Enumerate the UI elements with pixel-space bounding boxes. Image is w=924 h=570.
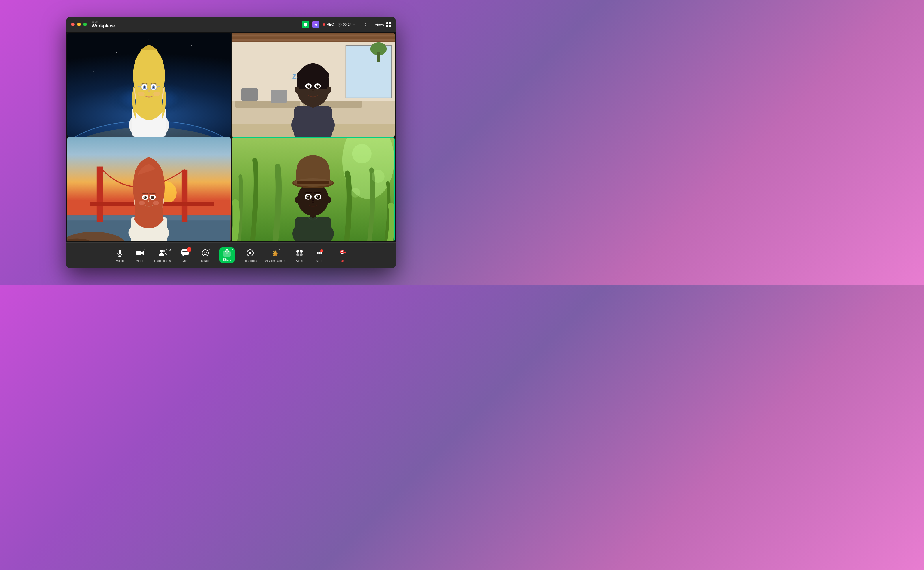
close-button[interactable]	[71, 23, 75, 26]
svg-point-128	[202, 250, 208, 256]
svg-point-69	[310, 90, 313, 93]
video-tile-2[interactable]: zoo	[231, 33, 395, 137]
svg-point-138	[300, 250, 303, 253]
video-caret[interactable]: ▲	[143, 248, 145, 251]
shield-icon	[302, 21, 309, 28]
participants-caret[interactable]: ▲	[165, 248, 168, 251]
svg-point-9	[217, 49, 218, 49]
participants-button[interactable]: 3 ▲ Participants	[150, 248, 175, 262]
svg-rect-76	[182, 170, 187, 222]
leave-icon	[337, 248, 347, 257]
svg-point-140	[301, 251, 302, 251]
svg-text:···: ···	[321, 250, 322, 252]
more-button[interactable]: ··· More	[310, 248, 330, 262]
views-grid-icon	[386, 22, 391, 27]
brand-zoom-label: zoom	[92, 20, 115, 23]
svg-point-123	[160, 250, 163, 253]
rec-badge: REC	[323, 23, 334, 26]
video-grid: zoo	[66, 32, 395, 242]
ai-companion-button[interactable]: ▲ AI Companion	[261, 248, 289, 262]
svg-point-66	[308, 85, 309, 86]
svg-point-67	[317, 85, 318, 86]
more-icon: ···	[315, 248, 324, 257]
svg-point-12	[191, 45, 192, 46]
svg-point-118	[313, 200, 317, 203]
participants-count: 3	[169, 248, 171, 252]
participants-label: Participants	[154, 259, 171, 262]
rec-dot	[323, 23, 325, 26]
brand-workplace-label: Workplace	[92, 23, 115, 29]
react-label: React	[201, 259, 209, 262]
chat-caret[interactable]: ▲	[188, 248, 190, 251]
svg-rect-100	[295, 217, 331, 241]
video-tile-3[interactable]	[67, 138, 231, 241]
svg-point-129	[204, 251, 205, 253]
svg-point-115	[317, 196, 319, 197]
video-camera-icon: ▲	[135, 248, 145, 257]
svg-point-13	[93, 71, 93, 72]
svg-point-117	[309, 200, 313, 203]
react-icon: ▲	[201, 248, 210, 257]
video-button[interactable]: ▲ Video	[130, 248, 150, 262]
svg-point-130	[206, 251, 207, 253]
svg-rect-122	[136, 251, 141, 255]
svg-point-124	[163, 250, 165, 252]
titlebar-right: REC 00:24 ▾ Views	[302, 21, 391, 28]
host-tools-icon	[245, 248, 255, 257]
ai-companion-label: AI Companion	[265, 259, 285, 262]
svg-point-70	[313, 90, 316, 93]
react-button[interactable]: ▲ React	[195, 248, 215, 262]
svg-point-142	[319, 252, 320, 254]
svg-rect-38	[231, 37, 395, 39]
divider-2	[371, 21, 371, 28]
svg-point-10	[77, 55, 77, 55]
apps-button[interactable]: Apps	[289, 248, 310, 262]
leave-button[interactable]: Leave	[332, 248, 352, 262]
svg-point-58	[294, 87, 299, 93]
audio-caret[interactable]: ▲	[123, 248, 125, 251]
svg-rect-41	[346, 46, 391, 98]
toolbar: ▲ Audio ▲ Video	[66, 242, 395, 268]
svg-point-93	[153, 201, 159, 205]
share-label: Share	[223, 258, 231, 261]
svg-point-133	[249, 252, 251, 254]
share-caret[interactable]: ▲	[231, 248, 234, 251]
svg-rect-50	[241, 88, 257, 101]
svg-point-5	[100, 42, 100, 43]
titlebar: zoom Workplace REC	[66, 17, 395, 32]
rec-label: REC	[326, 23, 334, 26]
ai-star-icon	[313, 21, 319, 28]
participants-icon: 3 ▲	[158, 248, 167, 257]
ai-companion-caret[interactable]: ▲	[278, 248, 280, 251]
svg-point-106	[295, 196, 300, 203]
views-button[interactable]: Views	[375, 22, 391, 27]
apps-icon	[295, 248, 304, 257]
share-icon	[223, 249, 231, 257]
svg-point-59	[327, 87, 331, 93]
divider-1	[358, 21, 359, 28]
svg-rect-37	[231, 33, 395, 35]
timer-chevron[interactable]: ▾	[354, 23, 355, 26]
expand-button[interactable]	[362, 21, 368, 28]
video-tile-1[interactable]	[67, 33, 231, 137]
svg-point-137	[300, 253, 303, 256]
host-tools-button[interactable]: Host tools	[239, 248, 261, 262]
svg-point-134	[296, 250, 299, 253]
svg-rect-75	[97, 167, 103, 222]
svg-point-107	[326, 196, 331, 203]
svg-point-141	[317, 252, 319, 254]
share-button[interactable]: ▲ Share	[215, 247, 239, 263]
video-tile-4[interactable]	[231, 138, 395, 241]
svg-rect-49	[377, 52, 380, 62]
brand: zoom Workplace	[92, 20, 115, 28]
chat-button[interactable]: 1 ▲ Chat	[175, 248, 195, 262]
host-tools-label: Host tools	[243, 259, 257, 262]
svg-point-92	[138, 201, 145, 205]
leave-label: Leave	[338, 259, 346, 262]
audio-button[interactable]: ▲ Audio	[110, 248, 130, 262]
svg-point-148	[341, 250, 343, 252]
minimize-button[interactable]	[77, 23, 81, 26]
timer: 00:24 ▾	[337, 23, 355, 26]
react-caret[interactable]: ▲	[208, 248, 210, 251]
maximize-button[interactable]	[83, 23, 87, 26]
